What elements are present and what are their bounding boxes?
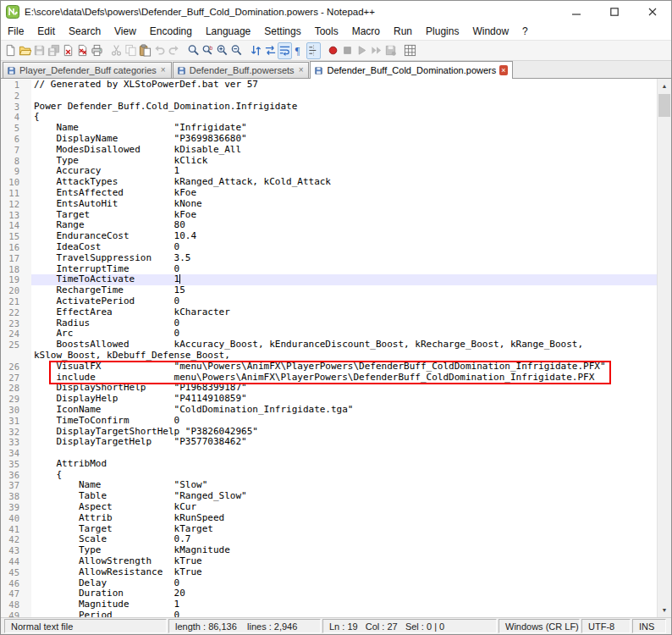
scrollbar-track[interactable]: [658, 93, 671, 603]
tab-defender-buff-powersets[interactable]: Defender_Buff.powersets×: [173, 62, 310, 78]
editor-row[interactable]: 3Power Defender_Buff.Cold_Domination.Inf…: [1, 102, 657, 113]
copy-icon[interactable]: [124, 42, 138, 59]
zoom-out-icon[interactable]: [229, 42, 244, 59]
line-number: 39: [1, 502, 31, 513]
line-text: [31, 91, 657, 102]
editor-row[interactable]: 44 AllowStrength kTrue: [1, 556, 657, 567]
editor-row[interactable]: 49 Period 0: [1, 610, 657, 617]
line-number: 44: [1, 556, 31, 567]
editor-row[interactable]: 39 Aspect kCur: [1, 502, 657, 513]
tab-defender-buff-cold-domination-powers[interactable]: Defender_Buff_Cold_Domination.powers×: [310, 61, 512, 79]
menu-settings[interactable]: Settings: [257, 23, 307, 40]
tab-close-icon[interactable]: ×: [160, 66, 167, 75]
sync-vertical-icon[interactable]: [249, 42, 263, 59]
editor-rows: 1// Generated by XLStoPowerDef.bat ver 5…: [1, 80, 657, 617]
menu-file[interactable]: File: [1, 23, 30, 40]
menu-edit[interactable]: Edit: [30, 23, 62, 40]
sync-horizontal-icon[interactable]: [263, 42, 278, 59]
scroll-up-arrow-icon[interactable]: ▲: [658, 79, 671, 93]
editor-row[interactable]: kSlow_Boost, kDebuff_Defense_Boost,: [1, 351, 657, 362]
line-number: 13: [1, 210, 31, 221]
vertical-scrollbar[interactable]: ▲ ▼: [657, 79, 671, 617]
editor-row[interactable]: 31 TimeToConfirm 0: [1, 416, 657, 427]
line-number: 43: [1, 545, 31, 556]
menu-encoding[interactable]: Encoding: [143, 23, 199, 40]
notepadpp-icon: [6, 5, 19, 19]
editor-text-area[interactable]: 1// Generated by XLStoPowerDef.bat ver 5…: [1, 79, 657, 617]
indent-guide-icon[interactable]: [306, 42, 321, 59]
menu-window[interactable]: Window: [465, 23, 515, 40]
new-file-icon[interactable]: [3, 42, 18, 59]
line-number: 28: [1, 383, 31, 394]
editor-row[interactable]: 26 VisualFX "menu\Powers\AnimFX\PlayerPo…: [1, 362, 657, 373]
multi-play-macro-icon[interactable]: [369, 42, 383, 59]
line-number: 40: [1, 513, 31, 524]
menu-view[interactable]: View: [107, 23, 143, 40]
open-file-icon[interactable]: [18, 42, 32, 59]
scrollbar-thumb[interactable]: [658, 94, 670, 117]
menu-help[interactable]: ?: [515, 23, 535, 40]
editor-row[interactable]: 2: [1, 91, 657, 102]
menu-macro[interactable]: Macro: [345, 23, 387, 40]
editor-row[interactable]: 35 AttribMod: [1, 459, 657, 470]
close-file-icon[interactable]: [61, 42, 75, 59]
find-icon[interactable]: [186, 42, 201, 59]
editor-row[interactable]: 34: [1, 448, 657, 459]
print-icon[interactable]: [90, 42, 104, 59]
menu-plugins[interactable]: Plugins: [419, 23, 465, 40]
editor-row[interactable]: 17 TravelSuppression 3.5: [1, 253, 657, 264]
line-number: 6: [1, 134, 31, 145]
editor-row[interactable]: 22 EffectArea kCharacter: [1, 307, 657, 318]
stop-macro-icon[interactable]: [340, 42, 355, 59]
line-number: 21: [1, 296, 31, 307]
editor-row[interactable]: 12 EntsAutoHit kNone: [1, 199, 657, 210]
editor-row[interactable]: 33 DisplayTargetHelp "P3577038462": [1, 437, 657, 448]
editor-row[interactable]: 29 DisplayHelp "P4114910859": [1, 394, 657, 405]
line-number: 11: [1, 188, 31, 199]
doc-map-icon[interactable]: [403, 42, 417, 59]
tab-bar: Player_Defender_Buff categories×Defender…: [1, 61, 671, 79]
save-all-icon[interactable]: [47, 42, 61, 59]
menu-search[interactable]: Search: [62, 23, 107, 40]
record-macro-icon[interactable]: [326, 42, 340, 59]
editor-row[interactable]: 25 BoostsAllowed kAccuracy_Boost, kEndur…: [1, 340, 657, 351]
zoom-in-icon[interactable]: [215, 42, 229, 59]
editor-row[interactable]: 21 ActivatePeriod 0: [1, 296, 657, 307]
minimize-button[interactable]: [557, 1, 595, 23]
show-all-chars-icon[interactable]: ¶: [292, 42, 306, 59]
line-text: VisualFX "menu\Powers\AnimFX\PlayerPower…: [31, 362, 657, 373]
line-number: 49: [1, 610, 31, 617]
editor-row[interactable]: 6 DisplayName "P3699836680": [1, 134, 657, 145]
redo-icon[interactable]: [167, 42, 181, 59]
editor-row[interactable]: 40 Attrib kRunSpeed: [1, 513, 657, 524]
line-number: 16: [1, 242, 31, 253]
svg-text:b: b: [209, 45, 212, 51]
word-wrap-icon[interactable]: [278, 42, 292, 59]
close-all-icon[interactable]: [75, 42, 90, 59]
cut-icon[interactable]: [109, 42, 124, 59]
paste-icon[interactable]: [138, 42, 152, 59]
close-button[interactable]: [633, 1, 671, 23]
save-icon[interactable]: [32, 42, 47, 59]
editor-row[interactable]: 1// Generated by XLStoPowerDef.bat ver 5…: [1, 80, 657, 91]
menu-language[interactable]: Language: [199, 23, 257, 40]
editor-row[interactable]: 30 IconName "ColdDomination_Infrigidate.…: [1, 405, 657, 416]
line-number: 12: [1, 199, 31, 210]
editor-row[interactable]: 7 ModesDisallowed kDisable_All: [1, 145, 657, 156]
undo-icon[interactable]: [152, 42, 167, 59]
maximize-button[interactable]: [595, 1, 633, 23]
editor-row[interactable]: 16 IdeaCost 0: [1, 242, 657, 253]
save-macro-icon[interactable]: [383, 42, 398, 59]
menu-tools[interactable]: Tools: [308, 23, 345, 40]
line-text: // Generated by XLStoPowerDef.bat ver 57: [31, 80, 657, 91]
tab-close-icon[interactable]: ×: [499, 65, 507, 75]
editor-row[interactable]: 11 EntsAffected kFoe: [1, 188, 657, 199]
tab-player-defender-buff-categories[interactable]: Player_Defender_Buff categories×: [3, 62, 172, 78]
play-macro-icon[interactable]: [355, 42, 369, 59]
menu-run[interactable]: Run: [387, 23, 419, 40]
scroll-down-arrow-icon[interactable]: ▼: [658, 603, 671, 617]
replace-icon[interactable]: b: [201, 42, 215, 59]
line-number: 22: [1, 307, 31, 318]
editor-row[interactable]: 45 AllowResistance kTrue: [1, 567, 657, 578]
tab-close-icon[interactable]: ×: [298, 66, 305, 75]
